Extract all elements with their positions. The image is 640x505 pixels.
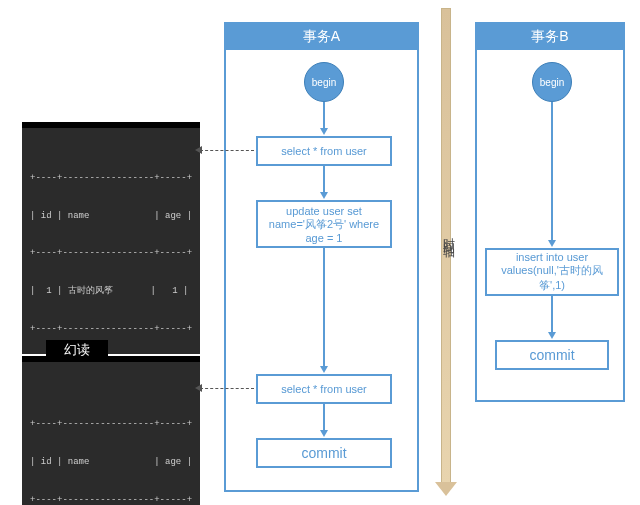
arrow-icon bbox=[548, 332, 556, 339]
transaction-b-insert: insert into user values(null,'古时的风筝',1) bbox=[485, 248, 619, 296]
table-top-bar bbox=[22, 356, 200, 362]
arrow-line bbox=[323, 248, 325, 368]
result2-divider: +----+-----------------+-----+ bbox=[30, 418, 192, 431]
timeline-arrow: 时间轴 bbox=[437, 8, 455, 496]
arrow-icon bbox=[320, 128, 328, 135]
arrow-line bbox=[323, 102, 325, 130]
result1-divider: +----+-----------------+-----+ bbox=[30, 172, 192, 185]
transaction-a-begin: begin bbox=[304, 62, 344, 102]
timeline-body bbox=[441, 8, 451, 486]
arrow-icon bbox=[320, 366, 328, 373]
transaction-b-commit: commit bbox=[495, 340, 609, 370]
result-table-2: 幻读 +----+-----------------+-----+ | id |… bbox=[22, 362, 200, 505]
arrow-line bbox=[323, 166, 325, 194]
arrow-line bbox=[551, 296, 553, 334]
dashed-connector bbox=[200, 388, 254, 389]
result1-divider: +----+-----------------+-----+ bbox=[30, 323, 192, 336]
transaction-b-panel: 事务B begin insert into user values(null,'… bbox=[475, 22, 625, 402]
arrow-line bbox=[323, 404, 325, 432]
arrow-icon bbox=[320, 192, 328, 199]
result2-header: | id | name | age | bbox=[30, 456, 192, 469]
arrow-line bbox=[551, 102, 553, 242]
timeline-label: 时间轴 bbox=[440, 228, 457, 240]
result1-row: | 1 | 古时的风筝 | 1 | bbox=[30, 285, 192, 298]
transaction-a-select2: select * from user bbox=[256, 374, 392, 404]
transaction-b-begin: begin bbox=[532, 62, 572, 102]
transaction-a-commit: commit bbox=[256, 438, 392, 468]
dashed-connector bbox=[200, 150, 254, 151]
arrow-icon bbox=[320, 430, 328, 437]
transaction-a-title: 事务A bbox=[226, 24, 417, 50]
transaction-a-select1: select * from user bbox=[256, 136, 392, 166]
dashed-arrow-icon bbox=[195, 146, 202, 154]
arrow-icon bbox=[548, 240, 556, 247]
result1-header: | id | name | age | bbox=[30, 210, 192, 223]
transaction-b-title: 事务B bbox=[477, 24, 623, 50]
result1-divider: +----+-----------------+-----+ bbox=[30, 247, 192, 260]
result-table-1: +----+-----------------+-----+ | id | na… bbox=[22, 128, 200, 354]
timeline-arrowhead bbox=[435, 482, 457, 496]
result2-divider: +----+-----------------+-----+ bbox=[30, 494, 192, 505]
transaction-a-panel: 事务A begin select * from user update user… bbox=[224, 22, 419, 492]
transaction-a-update: update user set name='风筝2号' where age = … bbox=[256, 200, 392, 248]
table-top-bar bbox=[22, 122, 200, 128]
dashed-arrow-icon bbox=[195, 384, 202, 392]
